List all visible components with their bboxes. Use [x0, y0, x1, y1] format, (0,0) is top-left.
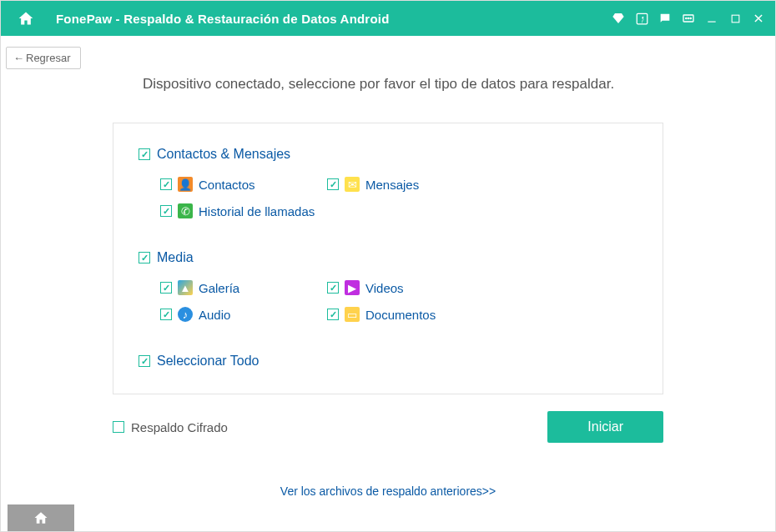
arrow-left-icon: ← [13, 52, 24, 64]
previous-backups-link[interactable]: Ver los archivos de respaldo anteriores>… [51, 484, 725, 498]
facebook-icon[interactable] [633, 10, 650, 27]
group-label: Contactos & Mensajes [157, 147, 290, 162]
audio-icon: ♪ [178, 307, 193, 322]
footer-home-tab[interactable] [8, 504, 74, 531]
data-types-panel: Contactos & Mensajes 👤 Contactos ✉ Mensa… [113, 123, 663, 394]
checkbox-messages[interactable] [327, 178, 339, 190]
svg-rect-6 [732, 15, 739, 23]
minimize-button[interactable] [703, 10, 720, 27]
group-contacts-messages[interactable]: Contactos & Mensajes [139, 147, 637, 162]
item-label: Audio [199, 308, 230, 322]
checkbox-documents[interactable] [327, 309, 339, 320]
contacts-icon: 👤 [178, 177, 193, 192]
feedback-icon[interactable] [657, 10, 673, 27]
app-title: FonePaw - Respaldo & Restauración de Dat… [56, 12, 390, 26]
checkbox-encrypted[interactable] [113, 421, 124, 433]
menu-icon[interactable] [680, 10, 697, 27]
bottom-row: Respaldo Cifrado Iniciar [113, 411, 663, 443]
start-button[interactable]: Iniciar [547, 411, 663, 443]
documents-icon: ▭ [345, 307, 360, 322]
maximize-button[interactable] [727, 10, 743, 27]
checkbox-media[interactable] [139, 252, 150, 263]
select-all-label: Seleccionar Todo [157, 354, 259, 369]
item-gallery[interactable]: ▲ Galería [160, 280, 327, 295]
home-icon [18, 10, 34, 27]
item-label: Contactos [199, 178, 255, 192]
checkbox-select-all[interactable] [139, 355, 150, 367]
titlebar: FonePaw - Respaldo & Restauración de Dat… [1, 1, 775, 36]
item-label: Galería [199, 281, 239, 295]
gallery-icon: ▲ [178, 280, 193, 295]
back-label: Regresar [26, 52, 70, 64]
item-label: Mensajes [365, 178, 419, 192]
home-icon [33, 510, 48, 525]
close-button[interactable] [750, 10, 767, 27]
item-label: Historial de llamadas [199, 204, 315, 218]
item-label: Videos [365, 281, 404, 295]
item-contacts[interactable]: 👤 Contactos [160, 177, 327, 192]
group-media[interactable]: Media [139, 250, 637, 265]
item-documents[interactable]: ▭ Documentos [327, 307, 494, 322]
encrypted-backup-option[interactable]: Respaldo Cifrado [113, 420, 228, 434]
checkbox-videos[interactable] [327, 282, 339, 294]
item-label: Documentos [365, 308, 436, 322]
checkbox-audio[interactable] [160, 309, 172, 320]
diamond-icon[interactable] [610, 10, 627, 27]
item-videos[interactable]: ▶ Videos [327, 280, 494, 295]
svg-point-2 [686, 18, 687, 18]
group-label: Media [157, 250, 194, 265]
item-messages[interactable]: ✉ Mensajes [327, 177, 494, 192]
checkbox-gallery[interactable] [160, 282, 172, 294]
checkbox-call-history[interactable] [160, 205, 172, 217]
item-audio[interactable]: ♪ Audio [160, 307, 327, 322]
messages-icon: ✉ [345, 177, 360, 192]
item-call-history[interactable]: ✆ Historial de llamadas [160, 203, 327, 218]
main-content: Dispositivo conectado, seleccione por fa… [1, 36, 775, 498]
home-button[interactable] [14, 7, 38, 30]
encrypted-label: Respaldo Cifrado [131, 420, 228, 434]
svg-point-4 [690, 18, 691, 18]
svg-point-3 [688, 18, 688, 18]
phone-icon: ✆ [178, 203, 193, 218]
checkbox-contacts[interactable] [160, 178, 172, 190]
videos-icon: ▶ [345, 280, 360, 295]
instruction-text: Dispositivo conectado, seleccione por fa… [143, 76, 725, 93]
titlebar-controls [610, 10, 767, 27]
checkbox-contacts-messages[interactable] [139, 148, 150, 160]
select-all[interactable]: Seleccionar Todo [139, 354, 637, 369]
back-button[interactable]: ← Regresar [6, 47, 81, 69]
